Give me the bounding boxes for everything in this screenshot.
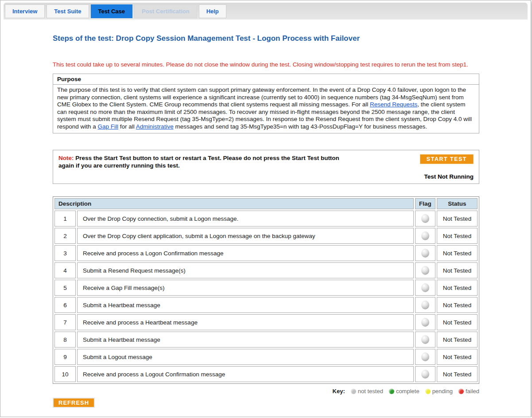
key-item-failed: failed: [458, 388, 479, 395]
not-tested-dot-icon: [351, 389, 356, 394]
purpose-text: The purpose of this test is to verify th…: [53, 85, 479, 133]
flag-not-tested-icon: [421, 301, 429, 309]
step-description: Receive and process a Logon Confirmation…: [77, 245, 414, 261]
tab-help[interactable]: Help: [199, 4, 226, 18]
table-row: 10 Receive and process a Logout Confirma…: [54, 366, 478, 382]
table-row: 6 Submit a Heartbeat message Not Tested: [54, 297, 478, 313]
purpose-segment: messages and send tag 35-MsgType35=n wit…: [174, 123, 427, 130]
status-column-header: Status: [437, 198, 478, 209]
page: Interview Test Suite Test Case Post Cert…: [0, 0, 531, 417]
key-label: Key:: [333, 388, 345, 395]
tab-test-case[interactable]: Test Case: [91, 4, 132, 18]
note-body: Press the Start Test button to start or …: [58, 155, 339, 169]
step-status: Not Tested: [437, 245, 478, 261]
step-number: 8: [54, 332, 76, 348]
flag-not-tested-icon: [421, 335, 429, 344]
step-description: Submit a Heartbeat message: [77, 332, 414, 348]
pending-dot-icon: [425, 389, 431, 394]
key-item-complete: complete: [389, 388, 419, 395]
step-description: Submit a Logout message: [77, 349, 414, 365]
step-description: Submit a Resend Request message(s): [77, 262, 414, 278]
step-number: 10: [54, 366, 76, 382]
key-item-label: not tested: [358, 388, 383, 395]
step-number: 2: [54, 228, 76, 244]
purpose-panel: Purpose The purpose of this test is to v…: [53, 74, 479, 133]
table-row: 2 Over the Drop Copy client application,…: [54, 228, 478, 244]
table-row: 3 Receive and process a Logon Confirmati…: [54, 245, 478, 261]
tab-bar: Interview Test Suite Test Case Post Cert…: [4, 3, 528, 20]
flag-not-tested-icon: [421, 283, 429, 292]
step-description: Receive and process a Logout Confirmatio…: [77, 366, 414, 382]
resend-requests-link[interactable]: Resend Requests: [370, 101, 417, 108]
note-text: Note: Press the Start Test button to sta…: [58, 154, 354, 180]
table-row: 7 Receive and process a Heartbeat messag…: [54, 314, 478, 330]
refresh-button[interactable]: REFRESH: [53, 398, 95, 408]
step-number: 9: [54, 349, 76, 365]
step-number: 3: [54, 245, 76, 261]
step-description: Submit a Heartbeat message: [77, 297, 414, 313]
failed-dot-icon: [458, 389, 464, 394]
flag-not-tested-icon: [421, 370, 429, 379]
key-item-pending: pending: [425, 388, 453, 395]
description-column-header: Description: [54, 198, 414, 209]
flag-not-tested-icon: [421, 318, 429, 327]
step-description: Receive a Gap Fill message(s): [77, 280, 414, 296]
key-item-label: pending: [432, 388, 453, 395]
step-status: Not Tested: [437, 262, 478, 278]
flag-not-tested-icon: [421, 249, 429, 258]
tab-interview[interactable]: Interview: [5, 4, 45, 18]
table-row: 5 Receive a Gap Fill message(s) Not Test…: [54, 280, 478, 296]
complete-dot-icon: [389, 389, 394, 394]
flag-column-header: Flag: [415, 198, 435, 209]
step-status: Not Tested: [437, 297, 478, 313]
purpose-heading: Purpose: [53, 74, 479, 85]
status-key-legend: Key: not tested complete pending failed: [53, 388, 479, 395]
table-row: 9 Submit a Logout message Not Tested: [54, 349, 478, 365]
test-steps-table: Description Flag Status 1 Over the Drop …: [53, 196, 479, 384]
step-number: 7: [54, 314, 76, 330]
tab-test-suite[interactable]: Test Suite: [47, 4, 89, 18]
warning-message: This test could take up to several minut…: [53, 61, 479, 68]
step-number: 6: [54, 297, 76, 313]
step-status: Not Tested: [437, 366, 478, 382]
key-item-label: failed: [466, 388, 479, 395]
table-header-row: Description Flag Status: [54, 198, 478, 209]
gap-fill-link[interactable]: Gap Fill: [98, 123, 119, 130]
step-number: 1: [54, 211, 76, 227]
administrative-link[interactable]: Administrative: [136, 123, 174, 130]
step-number: 4: [54, 262, 76, 278]
page-title: Steps of the test: Drop Copy Session Man…: [53, 34, 479, 43]
step-status: Not Tested: [437, 211, 478, 227]
flag-not-tested-icon: [421, 214, 429, 223]
table-row: 1 Over the Drop Copy connection, submit …: [54, 211, 478, 227]
note-panel: Note: Press the Start Test button to sta…: [53, 150, 479, 184]
step-description: Receive and process a Heartbeat message: [77, 314, 414, 330]
key-item-label: complete: [396, 388, 419, 395]
note-actions: START TEST Test Not Running: [420, 154, 474, 180]
flag-not-tested-icon: [421, 231, 429, 240]
flag-not-tested-icon: [421, 266, 429, 275]
step-status: Not Tested: [437, 314, 478, 330]
step-status: Not Tested: [437, 332, 478, 348]
step-number: 5: [54, 280, 76, 296]
tab-post-certification[interactable]: Post Certification: [134, 4, 197, 18]
step-status: Not Tested: [437, 280, 478, 296]
step-status: Not Tested: [437, 349, 478, 365]
main-content: Steps of the test: Drop Copy Session Man…: [53, 34, 479, 408]
flag-not-tested-icon: [421, 352, 429, 361]
step-description: Over the Drop Copy client application, s…: [77, 228, 414, 244]
table-row: 4 Submit a Resend Request message(s) Not…: [54, 262, 478, 278]
note-label: Note:: [58, 155, 74, 161]
table-row: 8 Submit a Heartbeat message Not Tested: [54, 332, 478, 348]
step-description: Over the Drop Copy connection, submit a …: [77, 211, 414, 227]
key-item-not-tested: not tested: [351, 388, 383, 395]
test-run-status: Test Not Running: [424, 173, 474, 180]
purpose-segment: for all: [118, 123, 136, 130]
step-status: Not Tested: [437, 228, 478, 244]
start-test-button[interactable]: START TEST: [420, 154, 474, 164]
